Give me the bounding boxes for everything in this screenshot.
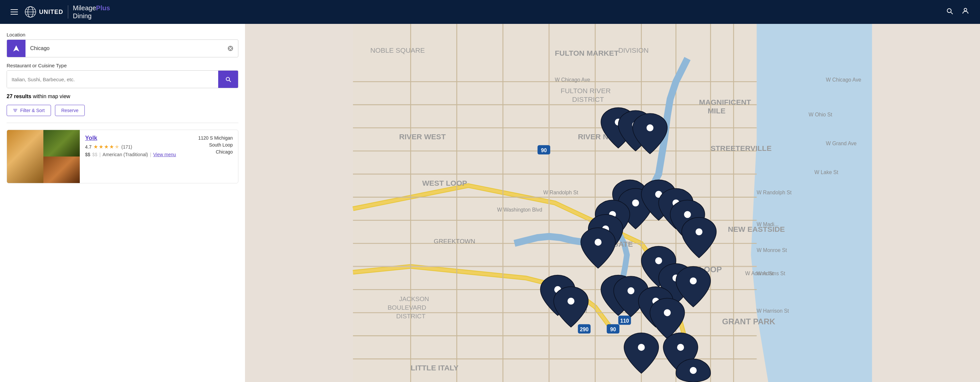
svg-text:W Lake St: W Lake St	[815, 169, 838, 175]
filter-icon	[13, 108, 18, 113]
price-cuisine-row: $$$$ | American (Traditional) | View men…	[85, 152, 193, 157]
review-count: (171)	[121, 144, 132, 150]
svg-point-100	[664, 309, 671, 316]
cuisine-input[interactable]	[7, 70, 218, 88]
svg-point-5	[964, 8, 967, 11]
svg-text:FULTON RIVER: FULTON RIVER	[560, 87, 611, 94]
svg-text:W Randolph St: W Randolph St	[543, 190, 578, 195]
location-input[interactable]	[25, 40, 223, 57]
svg-text:W Madi...: W Madi...	[757, 222, 778, 227]
restaurant-name-link[interactable]: Yolk	[85, 134, 193, 142]
main-layout: Location Restaurant or	[0, 24, 980, 382]
card-address: 1120 S Michigan South Loop Chicago	[198, 130, 238, 183]
restaurant-card: Yolk 4.7 ★ ★ ★ ★ ★ (171) $$$$	[6, 129, 239, 183]
svg-point-101	[677, 344, 684, 351]
brand-name: MileagePlus Dining	[73, 4, 110, 20]
svg-text:FULTON MARKET: FULTON MARKET	[555, 49, 619, 58]
svg-point-98	[627, 287, 634, 294]
svg-text:STREETERVILLE: STREETERVILLE	[711, 144, 772, 153]
svg-text:GRANT PARK: GRANT PARK	[722, 317, 775, 326]
svg-text:JACKSON: JACKSON	[399, 296, 429, 302]
svg-point-104	[638, 344, 645, 351]
cuisine-input-row	[6, 70, 239, 88]
svg-text:W Monroe St: W Monroe St	[757, 248, 787, 253]
card-inner: Yolk 4.7 ★ ★ ★ ★ ★ (171) $$$$	[7, 130, 238, 183]
dining-label: Dining	[73, 12, 110, 20]
svg-text:DIVISION: DIVISION	[618, 46, 649, 54]
united-globe-icon	[24, 6, 37, 18]
star-rating: ★ ★ ★ ★ ★	[93, 144, 119, 150]
svg-point-86	[632, 200, 639, 206]
svg-text:W Ohio St: W Ohio St	[808, 112, 832, 117]
svg-point-103	[568, 298, 574, 305]
view-menu-link[interactable]: View menu	[153, 152, 176, 157]
svg-text:W Chicago Ave: W Chicago Ave	[826, 77, 861, 83]
price-inactive: $$	[92, 152, 98, 157]
cuisine-label: Restaurant or Cuisine Type	[6, 63, 239, 68]
image-mosaic	[7, 130, 80, 183]
svg-text:W Randolph St: W Randolph St	[757, 190, 792, 195]
star-4: ★	[109, 144, 114, 150]
star-5: ★	[115, 144, 119, 150]
star-2: ★	[99, 144, 103, 150]
search-button[interactable]	[218, 70, 238, 88]
united-logo: UNITED	[24, 6, 63, 18]
clear-location-button[interactable]	[223, 45, 238, 51]
svg-text:GREEKTOWN: GREEKTOWN	[434, 238, 475, 245]
rating-row: 4.7 ★ ★ ★ ★ ★ (171)	[85, 144, 193, 150]
location-section: Location	[6, 32, 239, 58]
svg-text:110: 110	[620, 318, 629, 324]
svg-point-89	[595, 239, 601, 246]
svg-text:90: 90	[541, 147, 547, 153]
app-header: UNITED MileagePlus Dining	[0, 0, 980, 24]
location-label: Location	[6, 32, 239, 37]
logo-divider	[68, 5, 68, 19]
svg-text:LITTLE ITALY: LITTLE ITALY	[410, 364, 458, 372]
cuisine-type: American (Traditional)	[103, 152, 148, 157]
logo-area: UNITED MileagePlus Dining	[24, 4, 110, 20]
svg-text:MAGNIFICENT: MAGNIFICENT	[699, 98, 751, 106]
section-divider	[6, 123, 239, 123]
svg-text:290: 290	[580, 327, 589, 332]
svg-text:NOBLE SQUARE: NOBLE SQUARE	[370, 46, 425, 54]
svg-text:W Chicago Ave: W Chicago Ave	[555, 77, 590, 83]
svg-text:DISTRICT: DISTRICT	[396, 313, 426, 320]
search-icon[interactable]	[945, 7, 953, 17]
svg-text:WEST LOOP: WEST LOOP	[422, 179, 467, 187]
food-image-2	[43, 130, 80, 157]
left-panel: Location Restaurant or	[0, 24, 245, 382]
reserve-button[interactable]: Reserve	[55, 105, 85, 116]
svg-text:90: 90	[610, 327, 616, 332]
card-image	[7, 130, 80, 183]
card-content: Yolk 4.7 ★ ★ ★ ★ ★ (171) $$$$	[80, 130, 198, 183]
price-active: $$	[85, 152, 91, 157]
svg-point-105	[690, 367, 697, 374]
svg-point-84	[647, 124, 654, 131]
account-icon[interactable]	[961, 7, 969, 17]
svg-point-93	[695, 229, 703, 235]
food-image-1	[7, 130, 43, 183]
mileageplus-label: MileagePlus	[73, 4, 110, 12]
food-image-3	[43, 157, 80, 183]
svg-text:BOULEVARD: BOULEVARD	[388, 304, 426, 311]
svg-point-96	[690, 278, 697, 285]
location-input-row	[6, 40, 239, 58]
svg-text:W Grand Ave: W Grand Ave	[826, 141, 857, 146]
filter-sort-button[interactable]: Filter & Sort	[6, 105, 51, 116]
united-text-label: UNITED	[39, 9, 63, 16]
svg-point-94	[655, 257, 662, 264]
results-count: 27 results within map view	[6, 94, 239, 99]
search-icon	[225, 76, 231, 83]
svg-text:W Adams St: W Adams St	[745, 270, 774, 276]
svg-text:DISTRICT: DISTRICT	[572, 96, 604, 103]
map-area: RIVER WEST WEST LOOP GREEKTOWN JACKSON B…	[245, 24, 980, 382]
close-circle-icon	[228, 45, 234, 51]
navigation-icon	[13, 45, 20, 52]
header-right	[945, 7, 969, 17]
rating-number: 4.7	[85, 144, 91, 150]
map-svg: RIVER WEST WEST LOOP GREEKTOWN JACKSON B…	[245, 24, 980, 382]
location-icon-button[interactable]	[7, 40, 25, 57]
svg-text:RIVER WEST: RIVER WEST	[399, 133, 445, 141]
hamburger-menu[interactable]	[11, 9, 18, 14]
svg-text:MILE: MILE	[708, 107, 725, 115]
